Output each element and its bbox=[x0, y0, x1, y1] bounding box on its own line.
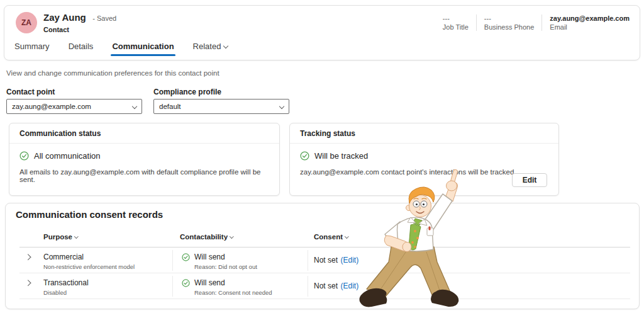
consent-cell: Not set bbox=[314, 282, 338, 290]
check-circle-icon bbox=[19, 151, 29, 161]
check-circle-icon bbox=[182, 253, 190, 261]
expand-row-icon[interactable] bbox=[25, 254, 31, 260]
business-phone-label: Business Phone bbox=[484, 23, 535, 31]
cell-divider bbox=[172, 250, 173, 271]
tab-related-label: Related bbox=[193, 42, 221, 51]
row-divider bbox=[19, 299, 630, 299]
consent-table-header: Purpose Contactability Consent bbox=[6, 233, 639, 247]
contactability-subtext: Reason: Consent not needed bbox=[194, 289, 272, 296]
record-tabs: Summary Details Communication Related bbox=[14, 42, 228, 56]
consent-cell: Not set bbox=[314, 256, 338, 265]
contact-name-row: Zay Aung - Saved bbox=[43, 12, 116, 23]
communication-status-value: All communication bbox=[34, 151, 101, 161]
pointing-man-illustration bbox=[351, 168, 472, 312]
cell-divider bbox=[308, 250, 308, 271]
contactability-subtext: Reason: Did not opt out bbox=[194, 263, 257, 270]
contact-point-label: Contact point bbox=[6, 88, 55, 96]
tracking-status-title: Tracking status bbox=[290, 123, 558, 144]
page-title: Zay Aung bbox=[43, 12, 86, 23]
purpose-subtext: Non-restrictive enforcement model bbox=[43, 263, 135, 270]
compliance-profile-value: default bbox=[159, 103, 280, 110]
saved-status: - Saved bbox=[92, 14, 116, 22]
edit-button[interactable]: Edit bbox=[512, 173, 547, 187]
column-header-purpose[interactable]: Purpose bbox=[43, 233, 78, 241]
job-title-label: Job Title bbox=[443, 23, 469, 31]
purpose-cell: Commercial bbox=[43, 253, 135, 261]
chevron-down-icon bbox=[132, 104, 137, 109]
header-summary-fields: --- Job Title --- Business Phone zay.aun… bbox=[435, 14, 637, 31]
contact-point-value: zay.aung@example.com bbox=[12, 103, 133, 110]
communication-status-title: Communication status bbox=[9, 123, 279, 144]
preferences-description: View and change communication preference… bbox=[6, 69, 219, 77]
contactability-cell: Will send bbox=[194, 253, 225, 261]
compliance-profile-select[interactable]: default bbox=[153, 99, 289, 114]
business-phone-value: --- bbox=[484, 14, 535, 22]
communication-status-description: All emails to zay.aung@example.com with … bbox=[9, 161, 279, 183]
contactability-cell: Will send bbox=[194, 278, 225, 287]
email-label: Email bbox=[550, 23, 630, 31]
tab-communication[interactable]: Communication bbox=[112, 42, 174, 56]
tab-related[interactable]: Related bbox=[193, 42, 228, 56]
purpose-subtext: Disabled bbox=[43, 289, 89, 296]
column-header-consent[interactable]: Consent bbox=[314, 233, 348, 241]
email-value: zay.aung@example.com bbox=[550, 14, 630, 22]
expand-row-icon[interactable] bbox=[25, 280, 31, 286]
communication-status-card: Communication status All communication A… bbox=[9, 123, 280, 196]
entity-type-label: Contact bbox=[43, 26, 69, 33]
chevron-down-icon bbox=[223, 43, 228, 48]
header-field-business-phone: --- Business Phone bbox=[476, 14, 542, 31]
job-title-value: --- bbox=[443, 14, 469, 22]
tab-details[interactable]: Details bbox=[69, 42, 94, 56]
consent-records-card: Communication consent records Purpose Co… bbox=[5, 203, 640, 309]
consent-records-title: Communication consent records bbox=[16, 209, 163, 220]
header-field-job-title: --- Job Title bbox=[435, 14, 476, 31]
compliance-profile-label: Compliance profile bbox=[153, 88, 221, 96]
contactability-header-label: Contactability bbox=[180, 233, 228, 241]
contact-point-select[interactable]: zay.aung@example.com bbox=[6, 99, 142, 114]
tracking-status-value: Will be tracked bbox=[314, 151, 368, 161]
avatar: ZA bbox=[16, 12, 37, 33]
table-row: Transactional Disabled Will send Reason:… bbox=[6, 273, 639, 299]
column-header-contactability[interactable]: Contactability bbox=[180, 233, 233, 241]
cell-divider bbox=[172, 276, 173, 297]
sort-chevron-icon bbox=[230, 234, 233, 238]
table-row: Commercial Non-restrictive enforcement m… bbox=[6, 248, 639, 273]
header-field-email: zay.aung@example.com Email bbox=[541, 14, 637, 31]
sort-chevron-icon bbox=[74, 234, 78, 238]
contact-header-card: ZA Zay Aung - Saved Contact --- Job Titl… bbox=[4, 5, 640, 60]
chevron-down-icon bbox=[279, 104, 284, 109]
sort-chevron-icon bbox=[345, 234, 348, 238]
purpose-header-label: Purpose bbox=[43, 233, 72, 241]
check-circle-icon bbox=[300, 151, 309, 161]
tab-summary[interactable]: Summary bbox=[14, 42, 50, 56]
consent-header-label: Consent bbox=[314, 233, 343, 241]
purpose-cell: Transactional bbox=[43, 278, 89, 287]
cell-divider bbox=[308, 276, 308, 297]
check-circle-icon bbox=[182, 279, 190, 287]
